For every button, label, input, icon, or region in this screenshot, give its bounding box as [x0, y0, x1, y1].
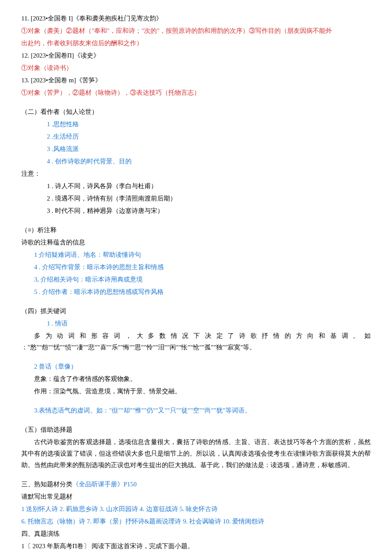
- topic-3-heading: 三、熟知题材分类《全品听课手册》P150: [21, 479, 371, 490]
- item-11-title: 11. [2023•全国卷 I]《奉和袭美抱疾杜门见寄次韵》: [21, 13, 371, 24]
- section-2-heading: （二）看作者（知人论世）: [21, 106, 371, 118]
- item-13-title: 13. [2023•全国卷 m]《苦笋》: [21, 75, 371, 86]
- note-item-2: 2 . 境遇不同，诗情有别（李清照南渡前后期）: [47, 193, 371, 204]
- topic-4-heading: 四、真题演练: [21, 528, 371, 540]
- topic-3-subheading: 请默写出常见题材: [21, 491, 371, 503]
- section-4-item-1: 1 . 情语: [47, 318, 371, 329]
- section-4-heading: （四）抓关键词: [21, 305, 371, 317]
- section-4-item-3: 3.表情态语气的虚词。如："但""却""惟""仍""又""只""徒""空""尚"…: [34, 405, 371, 416]
- section-2-item-2: 2 .生活经历: [47, 131, 371, 142]
- note-item-3: 3 . 时代不同，精神迥异（边塞诗唐与宋）: [47, 205, 371, 217]
- section-3-item-1: 1 介绍疑难词语、地名：帮助读懂诗句: [34, 249, 371, 261]
- item-12-title: 12. [2023•全国卷Π]《读史》: [21, 50, 371, 61]
- section-4-para-2b: 作用：渲染气氛、营造意境，寓情于景、情景交融。: [34, 386, 371, 397]
- note-item-1: 1 . 诗人不同，诗风各异（李白与杜甫）: [47, 180, 371, 192]
- note-heading: 注意：: [21, 168, 371, 180]
- section-3-item-2: 4 . 介绍写作背景：暗示本诗的思想主旨和情感: [34, 262, 371, 273]
- topic-3-line-2: 6. 托物言志（咏物）诗 7. 即事（景）抒怀诗&题画说理诗 9. 社会讽喻诗 …: [21, 516, 371, 527]
- section-4-para-1: 多 为 动 词 和 形 容 词 ， 大 多 数 情 况 下 决 定 了 诗 歌 …: [21, 330, 371, 353]
- section-5-para: 古代诗歌鉴赏的客观选择题，选项信息含量很大，囊括了诗歌的情感、主旨、语言、表达技…: [21, 436, 371, 471]
- section-3-item-3: 3, 介绍相关诗句：暗示本诗用典或意境: [34, 274, 371, 285]
- item-13-analysis: ①对象（苦尹），②题材（咏物诗），③表达技巧（托物言志）: [21, 87, 371, 99]
- item-12-analysis: ①对象（读诗书）: [21, 62, 371, 74]
- section-5-heading: （五）借助选择题: [21, 424, 371, 436]
- item-11-analysis-line1: ①对象（袭美）②题材（"奉和"，应和诗；"次的"，按照原诗的韵和用韵的次序）③写…: [21, 25, 371, 37]
- topic-4-line: 1〔 2023 年新高考Π卷〕 阅读下面这首宋诗，完成下面小题。: [21, 540, 371, 552]
- section-4-item-2: 2 兽话（章像）: [34, 361, 371, 372]
- section-3-subheading: 诗歌的注释蕴含的信息: [21, 237, 371, 248]
- section-2-item-1: 1 .思想性格: [47, 119, 371, 130]
- section-2-item-3: 3 .风格流派: [47, 143, 371, 155]
- section-4-para-2a: 意象：蕴含了作者情感的客观物象。: [34, 373, 371, 385]
- topic-3-heading-b: 《全品听课手册》P150: [72, 481, 137, 488]
- section-3-heading: （≡）析注释: [21, 224, 371, 236]
- section-3-item-4: 5 . 介绍作者：暗示本诗的思想情感或写作风格: [34, 286, 371, 298]
- section-2-item-4: 4 . 创作诗歌的时代背景、目的: [47, 156, 371, 167]
- topic-3-line-1: 1 送别怀人诗 2. 羁旅思乡诗 3. 山水田园诗 4. 边塞征战诗 5. 咏史…: [21, 503, 371, 515]
- topic-3-heading-a: 三、熟知题材分类: [21, 481, 72, 488]
- item-11-analysis-line2: 出赴约，作者收到朋友来信后的酬和之作）: [21, 38, 371, 49]
